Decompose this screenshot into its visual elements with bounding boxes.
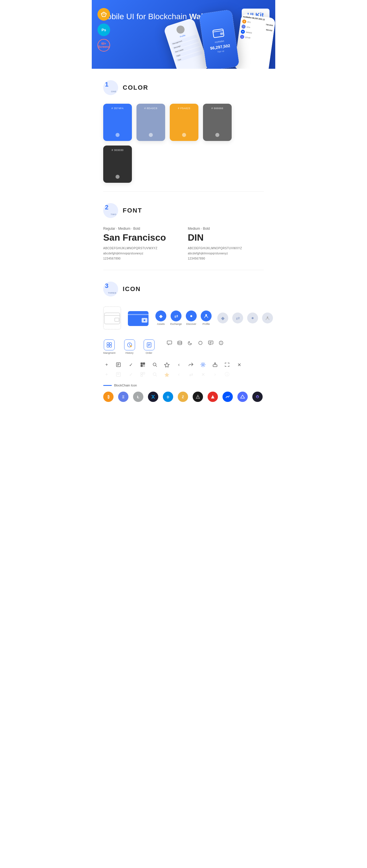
crypto-ltc: Ł (133, 392, 143, 402)
qr-icon-gray (139, 371, 146, 378)
svg-rect-3 (220, 32, 223, 35)
order-icon-item: Order (144, 339, 154, 354)
gear-icon (200, 361, 206, 368)
svg-point-12 (267, 316, 269, 318)
forward-icon-gray: › (211, 371, 219, 378)
svg-marker-48 (165, 363, 169, 367)
list-edit-icon (115, 361, 122, 368)
management-icon-item: Mangment (103, 339, 116, 354)
color-title: COLOR (123, 84, 148, 91)
color-dot (215, 133, 219, 137)
nav-discover: ● Discover (186, 311, 197, 326)
wallet-colored (127, 305, 150, 331)
svg-rect-43 (144, 365, 145, 366)
svg-rect-44 (143, 366, 144, 367)
message-icon (207, 339, 214, 346)
exchange-icon-gray: ⇄ (232, 313, 243, 323)
back-icon-gray: ‹ (175, 371, 182, 378)
svg-rect-42 (143, 365, 144, 366)
color-swatch: # 8DA0C8 (137, 104, 165, 141)
crypto-bal (252, 392, 263, 402)
font-section-header: 2 TWO FONT (103, 203, 264, 218)
blockchain-line (103, 385, 112, 386)
svg-rect-54 (141, 372, 142, 374)
crypto-btc: ₿ (103, 392, 114, 402)
profile-icon (201, 311, 211, 321)
svg-rect-23 (167, 341, 172, 344)
svg-rect-15 (110, 343, 112, 345)
x-icon-gray: ✕ (200, 371, 206, 378)
font-sf-lower: abcdefghijklmnopqrstuvwxyz (103, 251, 179, 256)
color-swatch: # 303030 (103, 146, 132, 183)
ps-badge: Ps (97, 24, 110, 36)
assets-icon: ◆ (156, 311, 166, 321)
svg-rect-39 (143, 363, 144, 364)
crypto-eth: Ξ (118, 392, 129, 402)
color-hex: # 3574FA (112, 106, 124, 110)
svg-rect-13 (107, 343, 109, 345)
svg-rect-55 (143, 372, 145, 374)
sketch-badge (97, 8, 110, 21)
font-din-weights: Medium · Bold (188, 226, 264, 230)
history-icon-item: History (124, 339, 135, 354)
wallet-wireframe (103, 307, 121, 330)
svg-rect-56 (141, 375, 142, 376)
icon-section-header: 3 THREE ICON (103, 282, 264, 297)
svg-rect-16 (110, 345, 112, 347)
management-label: Mangment (103, 351, 116, 354)
management-icon (104, 339, 115, 350)
qr-icon (139, 361, 146, 368)
svg-rect-14 (107, 345, 109, 347)
svg-text:D: D (167, 395, 169, 399)
color-hex: # 8DA0C8 (144, 106, 158, 110)
utility-icons-colored (166, 339, 225, 346)
section-number-1: 1 ONE (103, 80, 118, 95)
font-sf-name: San Francisco (103, 232, 179, 243)
svg-point-10 (144, 319, 145, 321)
crypto-xrp (148, 392, 158, 402)
font-din-name: DIN (188, 232, 264, 243)
discover-label: Discover (186, 322, 196, 326)
svg-point-46 (153, 363, 156, 366)
profile-icon-gray (262, 313, 273, 323)
color-dot (149, 133, 153, 137)
svg-line-58 (156, 375, 157, 376)
icon-main-display: ◆ Assets ⇄ Exchange ● Discover Profile ◆ (103, 305, 264, 331)
nav-exchange: ⇄ Exchange (170, 311, 182, 326)
color-dot (116, 133, 119, 137)
back-icon: ‹ (175, 361, 182, 368)
color-swatch: # 3574FA (103, 104, 132, 141)
share-icon (188, 361, 194, 368)
svg-rect-26 (208, 341, 213, 344)
crypto-waves (223, 392, 233, 402)
crypto-iota (193, 392, 203, 402)
arrows-icon-gray: ⇄ (188, 371, 194, 378)
order-label: Order (146, 351, 152, 354)
order-icon (144, 339, 154, 350)
history-label: History (125, 351, 134, 354)
plus-icon: + (103, 361, 110, 368)
font-title: FONT (123, 207, 142, 214)
crypto-ark (207, 392, 218, 402)
font-din: Medium · Bold DIN ABCDEFGHIJKLMNOPQRSTUV… (188, 226, 264, 261)
font-din-upper: ABCDEFGHIJKLMNOPQRSTUVWXYZ (188, 246, 264, 251)
svg-line-47 (156, 366, 157, 367)
nav-assets: ◆ Assets (156, 311, 166, 326)
crypto-icons-row: ₿ΞŁDZ (103, 392, 264, 402)
color-hex: # 666666 (211, 106, 223, 110)
plus-icon-gray: + (103, 371, 110, 378)
svg-rect-4 (104, 313, 120, 324)
color-dot (116, 175, 119, 179)
star-icon (163, 361, 170, 368)
svg-rect-50 (213, 365, 217, 367)
svg-rect-5 (115, 318, 119, 321)
color-section-header: 1 ONE COLOR (103, 80, 264, 95)
expand-icon (224, 361, 230, 368)
color-dot (182, 133, 186, 137)
search-icon-gray (151, 371, 158, 378)
check-icon: ✓ (127, 361, 134, 368)
color-swatches: # 3574FA # 8DA0C8 # F5A623 # 666666 # 30… (103, 104, 264, 183)
discover-icon-gray: ● (247, 313, 258, 323)
assets-icon-gray: ◆ (217, 313, 228, 323)
svg-point-11 (205, 314, 207, 316)
